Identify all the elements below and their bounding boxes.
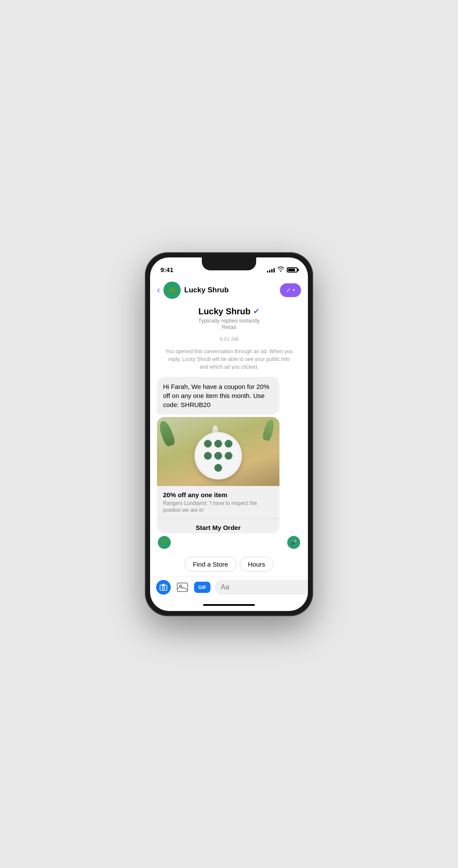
battery-icon (287, 267, 298, 273)
phone-screen: 9:41 (150, 257, 308, 611)
home-indicator (150, 599, 308, 611)
card-subtitle: Rangers Lundqvist: 'I have to respect th… (163, 500, 273, 514)
find-store-button[interactable]: Find a Store (185, 557, 236, 572)
succulent-3 (225, 440, 232, 448)
succulent-1 (204, 440, 212, 448)
status-icons (267, 266, 298, 273)
business-name-row: Lucky Shrub ✔ (157, 307, 301, 316)
start-order-button[interactable]: Start My Order (157, 518, 279, 533)
chat-header: ‹ 🌿 Lucky Shrub ✓ ▾ (150, 278, 308, 303)
svg-rect-0 (160, 585, 167, 590)
signal-icon (267, 267, 275, 273)
succulent-7 (214, 464, 222, 472)
status-time: 9:41 (160, 266, 173, 273)
card-body: 20% off any one item Rangers Lundqvist: … (157, 486, 279, 514)
product-card: 20% off any one item Rangers Lundqvist: … (157, 417, 279, 533)
wifi-icon (277, 266, 284, 273)
home-bar (203, 604, 255, 606)
succulent-5 (214, 452, 222, 460)
succulent-6 (225, 452, 232, 460)
succulent-4 (204, 452, 212, 460)
hours-button[interactable]: Hours (240, 557, 273, 572)
mic-avatar: 🎤 (287, 536, 300, 549)
card-title: 20% off any one item (163, 491, 273, 498)
header-business-name: Lucky Shrub (184, 286, 280, 295)
sender-avatar-icon: 🌿 (162, 540, 167, 545)
privacy-notice: You opened this conversation through an … (150, 345, 308, 373)
card-image (157, 417, 279, 486)
message-timestamp: 9:41 AM (150, 336, 308, 342)
message-text: Hi Farah, We have a coupon for 20% off o… (163, 383, 270, 408)
chat-area: Hi Farah, We have a coupon for 20% off o… (150, 373, 308, 552)
svg-point-1 (162, 586, 165, 589)
dropdown-arrow-icon: ▾ (293, 288, 295, 292)
business-display-name: Lucky Shrub (198, 307, 251, 316)
business-info: Lucky Shrub ✔ Typically replies instantl… (150, 303, 308, 332)
back-button[interactable]: ‹ (157, 285, 160, 296)
message-input[interactable] (215, 580, 308, 595)
business-category: Retail (157, 324, 301, 330)
succulent-2 (214, 440, 222, 448)
message-bubble: Hi Farah, We have a coupon for 20% off o… (157, 377, 279, 414)
reply-speed: Typically replies instantly (157, 317, 301, 324)
sender-avatar-small: 🌿 (158, 536, 171, 549)
succulent-plate (194, 432, 242, 479)
verified-badge-icon: ✔ (253, 307, 260, 316)
avatar-icon: 🌿 (169, 287, 176, 294)
input-bar: GIF 😊 (150, 576, 308, 599)
business-avatar: 🌿 (163, 282, 181, 299)
photo-button[interactable] (175, 580, 190, 595)
camera-button[interactable] (156, 580, 171, 595)
avatar-row: 🌿 🎤 (157, 536, 301, 549)
mic-icon: 🎤 (291, 539, 297, 545)
gif-button[interactable]: GIF (194, 582, 210, 593)
action-button[interactable]: ✓ ▾ (280, 283, 301, 297)
notch (202, 257, 256, 270)
gif-label: GIF (198, 585, 206, 590)
quick-replies: Find a Store Hours (150, 552, 308, 576)
checkmark-icon: ✓ (286, 287, 291, 294)
phone-frame: 9:41 (145, 252, 313, 616)
